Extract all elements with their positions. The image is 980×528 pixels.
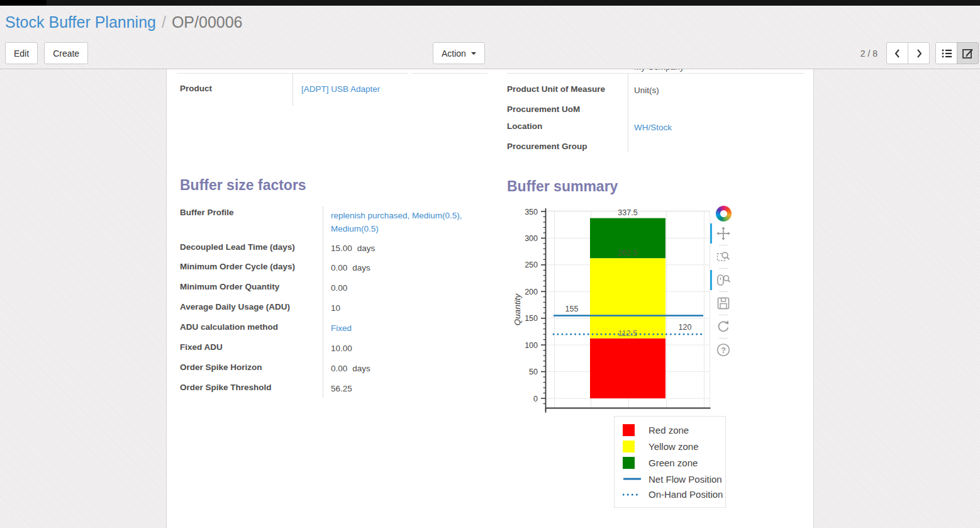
pager-next-button[interactable] [908, 42, 930, 64]
field-suffix: days [352, 263, 370, 272]
legend-item-yellow-zone: Yellow zone [623, 441, 725, 452]
field-label-fixed-adu: Fixed ADU [180, 342, 223, 352]
form-view-button[interactable] [957, 42, 979, 64]
field-label-decoupled-lead-time: Decoupled Lead Time (days) [180, 242, 295, 252]
view-switcher [935, 42, 979, 64]
field-label-product-uom: Product Unit of Measure [507, 84, 605, 94]
toolbar-separator [719, 245, 728, 245]
legend-label: On-Hand Position [649, 489, 723, 500]
breadcrumb-current: OP/00006 [172, 13, 243, 31]
zone-bar [590, 258, 665, 338]
toolbar-separator [719, 338, 728, 339]
field-value-order-spike-horizon: 0.00days [331, 364, 370, 373]
field-value-decoupled-lead-time: 15.00days [331, 244, 375, 253]
group-divider [323, 206, 323, 398]
pager-and-view-switcher: 2 / 8 [860, 42, 979, 64]
y-axis-label: Quantity [513, 293, 522, 326]
section-title-buffer-summary: Buffer summary [507, 178, 618, 195]
chart-value-label: 337.5 [618, 208, 637, 217]
toolbar-separator [719, 268, 728, 269]
field-label-min-order-cycle: Minimum Order Cycle (days) [180, 262, 295, 271]
field-value-adu: 10 [331, 303, 340, 313]
buffer-summary-chart: Quantity 050100150200250300350337.5262.5… [508, 201, 735, 519]
field-number: 0.00 [331, 364, 347, 373]
action-label: Action [442, 48, 466, 59]
chart-value-label: 120 [679, 323, 692, 332]
net-flow-line-swatch [623, 475, 642, 483]
green-zone-swatch [623, 457, 642, 469]
field-label-procurement-group: Procurement Group [507, 142, 587, 151]
chart-value-label: 155 [565, 305, 579, 313]
field-value-fixed-adu: 10.00 [331, 344, 352, 353]
chart-plot-area[interactable]: Quantity 050100150200250300350337.5262.5… [510, 205, 713, 416]
field-number: 15.00 [331, 244, 352, 253]
form-sheet: My Company Product [ADPT] USB Adapter Pr… [166, 69, 814, 528]
top-navbar [0, 0, 980, 6]
y-tick-label: 200 [525, 288, 538, 296]
chart-value-label: 262.5 [618, 249, 637, 257]
field-value-product-uom: Unit(s) [634, 86, 659, 95]
action-button-group: Action [433, 42, 485, 64]
create-button[interactable]: Create [44, 42, 88, 64]
y-tick-label: 300 [525, 234, 538, 243]
edit-form-icon [961, 47, 974, 60]
pager-count: 2 / 8 [860, 48, 877, 59]
field-label-adu-method: ADU calculation method [180, 322, 278, 332]
left-button-group: Edit Create [5, 42, 88, 64]
y-tick-label: 100 [525, 341, 538, 350]
reset-tool-icon[interactable] [715, 318, 732, 335]
action-dropdown-button[interactable]: Action [433, 42, 485, 64]
field-label-product: Product [180, 84, 212, 93]
y-tick-label: 0 [533, 395, 538, 403]
field-label-procurement-uom: Procurement UoM [507, 104, 580, 114]
y-tick-label: 50 [529, 368, 538, 376]
breadcrumb-parent-link[interactable]: Stock Buffer Planning [5, 13, 156, 31]
list-icon [940, 47, 953, 60]
field-value-min-order-quantity: 0.00 [331, 283, 347, 293]
navbar-menu-item[interactable] [0, 0, 47, 6]
legend-label: Red zone [649, 425, 689, 435]
field-value-product-link[interactable]: [ADPT] USB Adapter [301, 84, 380, 94]
pager-previous-button[interactable] [886, 42, 908, 64]
field-label-location: Location [507, 121, 542, 131]
edit-button[interactable]: Edit [5, 42, 38, 64]
breadcrumb-separator: / [162, 13, 166, 31]
field-label-order-spike-horizon: Order Spike Horizon [180, 362, 262, 372]
toolbar-separator [719, 315, 728, 315]
zone-bar [590, 339, 665, 398]
wheel-zoom-tool-icon[interactable] [715, 272, 732, 288]
field-value-min-order-cycle: 0.00days [331, 263, 370, 272]
field-number: 0.00 [331, 263, 347, 272]
field-value-adu-method-link[interactable]: Fixed [331, 323, 352, 333]
on-hand-line-swatch [623, 490, 642, 499]
help-tool-icon[interactable]: ? [715, 342, 732, 358]
y-tick-label: 150 [525, 314, 538, 323]
legend-item-red-zone: Red zone [623, 424, 725, 436]
list-view-button[interactable] [935, 42, 957, 64]
legend-label: Net Flow Position [649, 474, 722, 485]
y-tick-label: 250 [525, 261, 538, 269]
chart-value-label: 112.5 [618, 329, 637, 338]
breadcrumb: Stock Buffer Planning/OP/00006 [0, 6, 980, 37]
group-divider [628, 73, 628, 152]
pan-tool-icon[interactable] [715, 225, 732, 242]
yellow-zone-swatch [623, 441, 642, 452]
control-panel: Edit Create Action 2 / 8 [0, 37, 980, 69]
field-value-location-link[interactable]: WH/Stock [634, 123, 672, 132]
save-tool-icon[interactable] [715, 295, 732, 312]
legend-label: Green zone [649, 458, 698, 468]
bokeh-logo-icon[interactable] [716, 206, 732, 222]
section-title-buffer-size-factors: Buffer size factors [180, 177, 306, 194]
legend-item-green-zone: Green zone [623, 457, 725, 469]
divider [411, 73, 487, 74]
field-label-buffer-profile: Buffer Profile [180, 208, 234, 217]
field-value-order-spike-threshold: 56.25 [331, 384, 352, 393]
chevron-left-icon [893, 48, 902, 59]
field-label-order-spike-threshold: Order Spike Threshold [180, 383, 272, 392]
chart-toolbar: ? [713, 206, 734, 358]
chevron-right-icon [915, 48, 923, 59]
box-zoom-tool-icon[interactable] [715, 249, 732, 265]
toolbar-separator [719, 291, 728, 292]
caret-down-icon [471, 52, 476, 55]
field-value-buffer-profile-link[interactable]: replenish purchased, Medium(0.5), Medium… [331, 209, 492, 235]
